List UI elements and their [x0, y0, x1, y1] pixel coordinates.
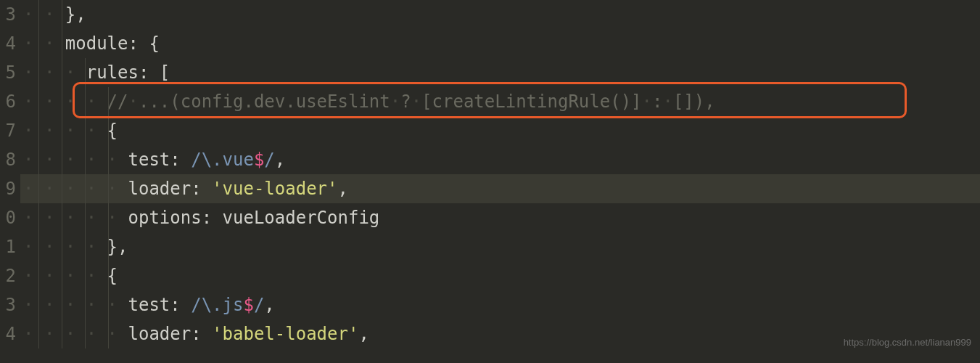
indent-guide — [38, 116, 39, 145]
indent-guide — [85, 145, 86, 174]
line-number: 1 — [0, 232, 16, 261]
indent-guide — [85, 261, 86, 290]
code-line[interactable]: · · · · · test: /\.js$/, — [20, 290, 980, 319]
indent-guide — [85, 290, 86, 319]
code-line[interactable]: · · · · · test: /\.vue$/, — [20, 145, 980, 174]
indent-guide — [38, 145, 39, 174]
indent-guide — [62, 290, 62, 319]
token-key: test — [128, 295, 170, 315]
code-line[interactable]: · · · · · loader: 'vue-loader', — [20, 174, 980, 203]
line-number: 5 — [0, 58, 16, 87]
token-key: rules — [86, 62, 139, 83]
indent-guide — [85, 116, 86, 145]
token-punct: : — [191, 324, 212, 344]
token-ident: vueLoaderConfig — [223, 208, 380, 228]
whitespace-indicator: · · · · — [23, 237, 107, 257]
token-string: 'vue-loader' — [212, 179, 337, 199]
indent-guide — [38, 232, 39, 261]
indent-guide — [62, 203, 62, 232]
line-number: 7 — [0, 116, 16, 145]
token-punct: }, — [65, 4, 86, 25]
whitespace-indicator: · · · · — [23, 91, 107, 112]
line-number: 4 — [0, 319, 16, 348]
token-regex-anchor: $ — [254, 150, 264, 170]
token-regex-anchor: $ — [243, 295, 253, 315]
indent-guide — [85, 319, 86, 348]
indent-guide — [108, 261, 109, 290]
indent-guide — [62, 58, 62, 87]
indent-guide — [62, 29, 62, 58]
indent-guide — [38, 58, 39, 87]
line-number: 2 — [0, 261, 16, 290]
token-regex: /\.vue — [191, 150, 254, 170]
whitespace-indicator: · · — [23, 4, 65, 25]
token-punct: : — [170, 150, 191, 170]
token-punct: : — [202, 208, 223, 228]
indent-guide — [85, 232, 86, 261]
indent-guide — [62, 261, 62, 290]
token-regex: / — [254, 295, 264, 315]
indent-guide — [38, 29, 39, 58]
code-line[interactable]: · · · · //·...(config.dev.useEslint·?·[c… — [20, 87, 980, 116]
token-key: loader — [128, 179, 192, 199]
indent-guide — [62, 232, 62, 261]
whitespace-indicator: · · · · — [23, 266, 107, 286]
indent-guide — [85, 87, 86, 116]
indent-guide — [38, 290, 39, 319]
indent-guide — [108, 87, 109, 116]
indent-guide — [38, 0, 39, 29]
indent-guide — [62, 87, 62, 116]
token-regex: / — [264, 150, 274, 170]
indent-guide — [38, 87, 39, 116]
token-punct: : { — [128, 33, 160, 54]
code-line[interactable]: · · · · }, — [20, 232, 980, 261]
code-line[interactable]: · · }, — [20, 0, 980, 29]
indent-guide — [38, 174, 39, 203]
line-number: 3 — [0, 0, 16, 29]
line-number: 3 — [0, 290, 16, 319]
token-key: options — [128, 208, 202, 228]
token-punct: : — [170, 295, 191, 315]
indent-guide — [108, 145, 109, 174]
token-regex: /\.js — [191, 295, 243, 315]
indent-guide — [38, 319, 39, 348]
code-line[interactable]: · · · · { — [20, 116, 980, 145]
indent-guide — [108, 203, 109, 232]
token-comment: //·...(config.dev.useEslint·?·[createLin… — [107, 91, 715, 112]
line-number-gutter: 345678901234 — [0, 0, 20, 363]
token-key: module — [65, 33, 128, 54]
indent-guide — [62, 174, 62, 203]
token-punct: , — [264, 295, 274, 315]
indent-guide — [38, 261, 39, 290]
indent-guide — [108, 116, 109, 145]
whitespace-indicator: · · · — [23, 62, 86, 83]
indent-guide — [38, 203, 39, 232]
code-line[interactable]: · · · · { — [20, 261, 980, 290]
indent-guide — [85, 174, 86, 203]
line-number: 9 — [0, 174, 16, 203]
token-key: loader — [128, 324, 192, 344]
line-number: 0 — [0, 203, 16, 232]
indent-guide — [62, 145, 62, 174]
code-area[interactable]: · · },· · module: {· · · rules: [· · · ·… — [20, 0, 980, 363]
indent-guide — [85, 58, 86, 87]
token-punct: : [ — [139, 62, 170, 83]
watermark-text: https://blog.csdn.net/lianan999 — [844, 328, 971, 357]
indent-guide — [85, 203, 86, 232]
whitespace-indicator: · · — [23, 33, 65, 54]
code-line[interactable]: · · · · · options: vueLoaderConfig — [20, 203, 980, 232]
code-line[interactable]: · · · rules: [ — [20, 58, 980, 87]
indent-guide — [62, 116, 62, 145]
token-punct: }, — [107, 237, 128, 257]
indent-guide — [62, 319, 62, 348]
whitespace-indicator: · · · · — [23, 121, 107, 141]
token-punct: , — [358, 324, 368, 344]
token-punct: : — [191, 179, 212, 199]
code-line[interactable]: · · · · · loader: 'babel-loader', — [20, 319, 980, 348]
token-punct: , — [275, 150, 285, 170]
code-line[interactable]: · · module: { — [20, 29, 980, 58]
indent-guide — [108, 290, 109, 319]
token-key: test — [128, 150, 170, 170]
code-editor[interactable]: 345678901234 · · },· · module: {· · · ru… — [0, 0, 980, 363]
indent-guide — [62, 0, 62, 29]
